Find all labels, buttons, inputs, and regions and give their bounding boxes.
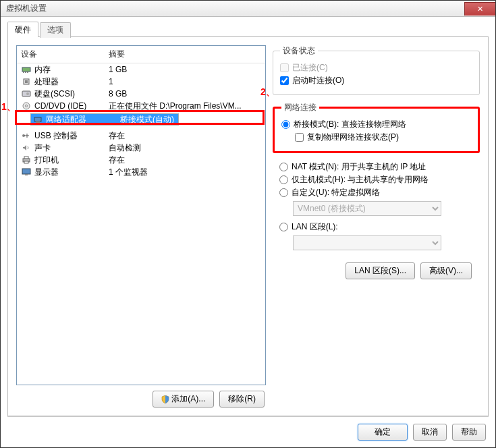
svg-rect-16 <box>22 169 30 174</box>
device-row-printer[interactable]: 打印机存在 <box>17 154 265 166</box>
nat-radio[interactable]: NAT 模式(N): 用于共享主机的 IP 地址 <box>279 161 473 173</box>
device-status-group: 设备状态 已连接(C) 启动时连接(O) <box>273 45 480 95</box>
memory-icon <box>21 65 32 74</box>
svg-point-9 <box>26 105 28 107</box>
net-icon <box>32 115 43 124</box>
device-name: 显示器 <box>34 167 109 178</box>
device-name: 声卡 <box>34 142 109 154</box>
device-name: USB 控制器 <box>34 130 109 142</box>
advanced-button[interactable]: 高级(V)... <box>420 262 472 279</box>
svg-rect-10 <box>34 117 41 121</box>
device-row-disk[interactable]: 硬盘(SCSI)8 GB <box>17 88 265 100</box>
remove-button[interactable]: 移除(R) <box>219 391 265 408</box>
svg-rect-17 <box>25 174 28 175</box>
tab-options[interactable]: 选项 <box>40 22 71 38</box>
list-header: 设备 摘要 <box>17 46 265 63</box>
device-summary: 桥接模式(自动) <box>120 114 177 125</box>
display-icon <box>21 167 32 177</box>
annotation-1: 1、 <box>1 101 16 113</box>
device-list[interactable]: 设备 摘要 内存1 GB处理器1硬盘(SCSI)8 GBCD/DVD (IDE)… <box>16 45 266 385</box>
svg-rect-2 <box>25 72 26 73</box>
device-summary: 自动检测 <box>109 142 261 154</box>
add-button[interactable]: 添加(A)... <box>153 391 214 408</box>
network-connection-legend: 网络连接 <box>281 102 319 113</box>
device-name: 处理器 <box>34 76 109 88</box>
vm-settings-window: 虚拟机设置 ✕ 硬件 选项 设备 摘要 内存1 GB处理器1硬盘(SCSI)8 … <box>0 0 496 448</box>
device-row-display[interactable]: 显示器1 个监视器 <box>17 166 265 178</box>
device-status-legend: 设备状态 <box>280 45 318 57</box>
cancel-button[interactable]: 取消 <box>413 424 447 441</box>
svg-rect-15 <box>24 161 28 163</box>
device-name: 打印机 <box>34 155 109 166</box>
annotation-2: 2、 <box>260 86 275 99</box>
hostonly-radio[interactable]: 仅主机模式(H): 与主机共享的专用网络 <box>279 174 473 186</box>
svg-rect-3 <box>27 72 28 73</box>
disk-icon <box>21 89 32 99</box>
tab-hardware[interactable]: 硬件 <box>7 22 38 37</box>
svg-rect-5 <box>25 80 28 83</box>
dialog-footer: 确定 取消 帮助 <box>7 416 489 441</box>
svg-rect-1 <box>23 72 24 73</box>
device-summary: 存在 <box>109 155 261 166</box>
lan-segment-radio[interactable]: LAN 区段(L): <box>279 221 473 233</box>
network-connection-group: 网络连接 桥接模式(B): 直接连接物理网络 复制物理网络连接状态(P) <box>273 102 480 153</box>
titlebar: 虚拟机设置 ✕ <box>1 1 495 17</box>
device-name: CD/DVD (IDE) <box>34 101 109 111</box>
window-title: 虚拟机设置 <box>6 3 47 14</box>
shield-icon <box>161 395 169 403</box>
bridged-radio[interactable]: 桥接模式(B): 直接连接物理网络 <box>281 119 471 130</box>
ok-button[interactable]: 确定 <box>358 424 408 441</box>
close-button[interactable]: ✕ <box>464 2 495 16</box>
device-summary: 1 个监视器 <box>109 167 261 178</box>
cpu-icon <box>21 77 32 86</box>
device-summary: 1 <box>109 77 261 86</box>
tab-strip: 硬件 选项 <box>7 21 489 37</box>
device-row-cd[interactable]: CD/DVD (IDE)正在使用文件 D:\Program Files\VM..… <box>17 100 265 112</box>
device-row-sound[interactable]: 声卡自动检测 <box>17 142 265 154</box>
custom-radio[interactable]: 自定义(U): 特定虚拟网络 <box>279 187 473 198</box>
connected-checkbox[interactable]: 已连接(C) <box>280 62 472 74</box>
lan-segments-button[interactable]: LAN 区段(S)... <box>346 262 415 279</box>
printer-icon <box>21 155 32 165</box>
device-name: 网络适配器 <box>46 114 120 125</box>
device-summary: 8 GB <box>109 89 261 99</box>
sound-icon <box>21 143 32 152</box>
svg-point-7 <box>26 92 29 95</box>
connect-at-poweron-checkbox[interactable]: 启动时连接(O) <box>280 75 472 86</box>
device-row-cpu[interactable]: 处理器1 <box>17 76 265 88</box>
device-name: 硬盘(SCSI) <box>34 88 109 100</box>
lan-segment-select <box>293 235 441 250</box>
help-button[interactable]: 帮助 <box>452 424 486 441</box>
hdr-summary: 摘要 <box>109 49 125 60</box>
cd-icon <box>21 101 32 111</box>
hdr-device: 设备 <box>21 49 109 60</box>
device-summary: 正在使用文件 D:\Program Files\VM... <box>109 101 261 112</box>
device-summary: 1 GB <box>109 65 261 74</box>
device-row-net[interactable]: 网络适配器桥接模式(自动) <box>30 113 179 125</box>
svg-rect-11 <box>36 121 40 123</box>
svg-rect-14 <box>24 157 28 159</box>
device-row-memory[interactable]: 内存1 GB <box>17 63 265 76</box>
usb-icon <box>21 131 32 140</box>
device-summary: 存在 <box>109 130 261 142</box>
custom-vmnet-select: VMnet0 (桥接模式) <box>293 201 441 216</box>
device-name: 内存 <box>34 64 109 76</box>
replicate-checkbox[interactable]: 复制物理网络连接状态(P) <box>295 132 471 143</box>
svg-rect-0 <box>22 67 30 72</box>
device-row-usb[interactable]: USB 控制器存在 <box>17 130 265 142</box>
